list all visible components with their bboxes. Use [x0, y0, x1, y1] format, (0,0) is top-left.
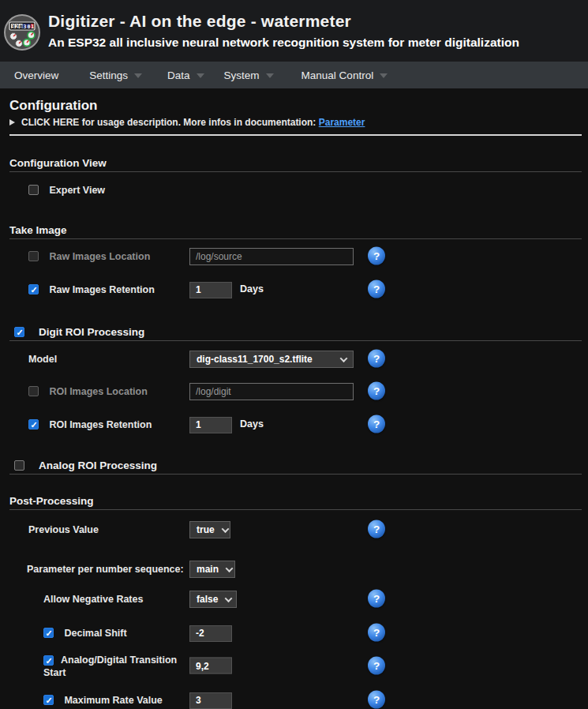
svg-text:3: 3: [24, 24, 27, 30]
help-icon[interactable]: ?: [368, 691, 385, 709]
chevron-down-icon: [134, 73, 142, 78]
divider: [9, 509, 582, 510]
chevron-down-icon: [226, 565, 234, 572]
help-icon[interactable]: ?: [368, 247, 385, 265]
usage-description-toggle[interactable]: CLICK HERE for usage description. More i…: [9, 116, 582, 129]
main-nav: Overview Settings Data System Manual Con…: [0, 62, 588, 88]
help-icon[interactable]: ?: [368, 590, 385, 608]
roi-images-location-checkbox[interactable]: [28, 386, 39, 396]
roi-images-retention-label: ROI Images Retention: [49, 419, 152, 430]
previous-value-select[interactable]: true: [189, 521, 230, 538]
allow-negative-rates-select-value: false: [197, 590, 218, 609]
svg-text:0: 0: [20, 24, 23, 30]
decimal-shift-input[interactable]: [189, 625, 232, 642]
parameter-per-sequence-label: Parameter per number sequence:: [27, 564, 184, 575]
chevron-down-icon: [197, 73, 204, 78]
raw-images-retention-label: Raw Images Retention: [49, 284, 154, 295]
row-model: Model dig-class11_1700_s2.tflite ?: [9, 349, 582, 368]
model-select[interactable]: dig-class11_1700_s2.tflite: [189, 351, 354, 368]
expand-arrow-icon: [9, 119, 15, 126]
analog-digital-transition-checkbox[interactable]: [43, 655, 54, 666]
svg-text:2: 2: [16, 24, 19, 30]
maximum-rate-value-label: Maximum Rate Value: [64, 695, 162, 706]
nav-item-data[interactable]: Data: [167, 69, 204, 81]
nav-label: Data: [167, 69, 190, 81]
model-label: Model: [28, 354, 57, 365]
raw-images-location-input[interactable]: [189, 248, 354, 265]
roi-images-retention-unit: Days: [240, 415, 264, 433]
allow-negative-rates-select[interactable]: false: [189, 591, 237, 608]
nav-item-manual-control[interactable]: Manual Control: [301, 69, 388, 81]
app-subtitle: An ESP32 all inclusive neural network re…: [48, 36, 519, 50]
parameter-doc-link[interactable]: Parameter: [319, 117, 365, 128]
roi-images-retention-checkbox[interactable]: [28, 419, 39, 430]
parameter-per-sequence-select[interactable]: main: [189, 561, 235, 578]
roi-images-retention-input[interactable]: [189, 417, 232, 433]
nav-item-system[interactable]: System: [224, 69, 274, 81]
divider: [9, 134, 582, 136]
nav-item-settings[interactable]: Settings: [89, 69, 142, 81]
row-decimal-shift: Decimal Shift ?: [9, 623, 582, 642]
decimal-shift-checkbox[interactable]: [43, 628, 54, 638]
help-icon[interactable]: ?: [368, 350, 385, 368]
row-previous-value: Previous Value true ?: [9, 520, 582, 538]
raw-images-location-checkbox[interactable]: [28, 251, 39, 261]
raw-images-retention-checkbox[interactable]: [28, 284, 39, 294]
svg-text:3: 3: [12, 24, 15, 30]
nav-label: Manual Control: [301, 69, 374, 81]
chevron-down-icon: [225, 595, 233, 602]
previous-value-label: Previous Value: [28, 524, 99, 535]
watermeter-logo-icon: 3 2 0 3 0 1: [3, 13, 41, 51]
help-icon[interactable]: ?: [368, 382, 385, 400]
maximum-rate-value-checkbox[interactable]: [43, 695, 54, 705]
row-raw-images-location: Raw Images Location ?: [9, 246, 582, 265]
row-raw-images-retention: Raw Images Retention Days ?: [9, 279, 582, 298]
decimal-shift-label: Decimal Shift: [64, 628, 126, 639]
row-roi-images-location: ROI Images Location ?: [9, 381, 582, 400]
raw-images-location-label: Raw Images Location: [49, 251, 150, 262]
roi-images-location-input[interactable]: [189, 383, 354, 400]
model-select-value: dig-class11_1700_s2.tflite: [197, 350, 313, 369]
usage-text: for usage description. More infos in doc…: [79, 117, 318, 128]
usage-prefix: CLICK HERE: [21, 117, 79, 128]
parameter-per-sequence-select-value: main: [197, 560, 219, 579]
help-icon[interactable]: ?: [368, 280, 385, 298]
divider: [9, 340, 582, 341]
configuration-page: Configuration CLICK HERE for usage descr…: [0, 98, 588, 709]
row-allow-negative-rates: Allow Negative Rates false ?: [9, 589, 582, 608]
digit-roi-heading-label: Digit ROI Processing: [39, 326, 144, 338]
expert-view-checkbox[interactable]: [28, 185, 39, 195]
help-icon[interactable]: ?: [368, 520, 385, 538]
section-heading-take-image: Take Image: [9, 224, 582, 236]
digit-roi-processing-checkbox[interactable]: [14, 327, 24, 337]
analog-roi-heading-label: Analog ROI Processing: [39, 460, 157, 471]
previous-value-select-value: true: [197, 520, 215, 539]
help-icon[interactable]: ?: [368, 657, 385, 675]
raw-images-retention-input[interactable]: [189, 282, 232, 298]
nav-item-overview[interactable]: Overview: [14, 69, 58, 81]
chevron-down-icon: [266, 73, 274, 78]
raw-images-retention-unit: Days: [240, 279, 264, 298]
app-header: 3 2 0 3 0 1 Digitizer - AI on the edge -…: [0, 0, 588, 62]
section-heading-analog-roi: Analog ROI Processing: [9, 459, 582, 471]
maximum-rate-value-input[interactable]: [189, 692, 232, 709]
nav-label: Overview: [14, 69, 58, 81]
chevron-down-icon: [380, 73, 388, 78]
analog-digital-transition-label: Analog/Digital Transition Start: [43, 655, 177, 678]
svg-text:1: 1: [31, 24, 34, 30]
analog-digital-transition-input[interactable]: [189, 658, 232, 674]
svg-text:0: 0: [28, 24, 31, 30]
page-title: Configuration: [9, 98, 582, 114]
row-maximum-rate-value: Maximum Rate Value ?: [9, 690, 582, 709]
divider: [9, 474, 582, 475]
row-roi-images-retention: ROI Images Retention Days ?: [9, 415, 582, 433]
row-analog-digital-transition-start: Analog/Digital Transition Start ?: [9, 653, 582, 678]
roi-images-location-label: ROI Images Location: [49, 386, 147, 397]
help-icon[interactable]: ?: [368, 624, 385, 642]
row-parameter-per-sequence: Parameter per number sequence: main: [9, 559, 582, 578]
help-icon[interactable]: ?: [368, 415, 385, 433]
analog-roi-processing-checkbox[interactable]: [14, 460, 24, 471]
allow-negative-rates-label: Allow Negative Rates: [43, 594, 143, 605]
row-expert-view: Expert View: [9, 182, 582, 197]
chevron-down-icon: [340, 354, 348, 362]
